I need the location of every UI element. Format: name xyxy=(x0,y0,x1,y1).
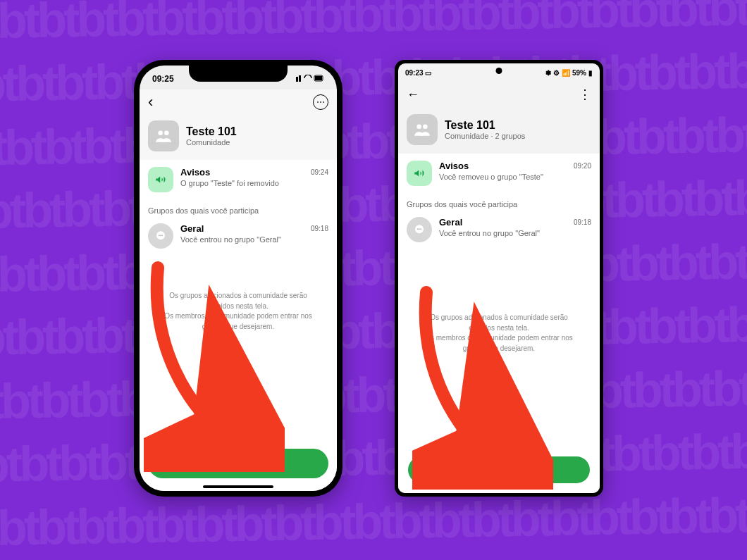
helper-text-2: Os membros da comunidade podem entrar no… xyxy=(140,311,337,332)
geral-row[interactable]: Geral Você entrou no grupo "Geral" 09:18 xyxy=(140,216,337,256)
avisos-row[interactable]: Avisos O grupo "Teste" foi removido 09:2… xyxy=(140,160,337,199)
bg-pattern: btbtbtbtbtbtbtbtbtbtbtbtbtbtbtbtbtbtbtbt… xyxy=(0,42,747,113)
back-button[interactable]: ‹ xyxy=(148,93,153,111)
community-title: Teste 101 xyxy=(186,125,237,138)
geral-title: Geral xyxy=(439,217,567,228)
group-chat-icon xyxy=(407,217,432,242)
community-avatar-icon xyxy=(148,120,179,151)
iphone-frame: 09:25 ‹ ⋯ Teste 101 Comunidade xyxy=(134,60,342,497)
more-menu-button[interactable]: ⋮ xyxy=(579,87,591,102)
geral-subtitle: Você entrou no grupo "Geral" xyxy=(439,229,567,237)
status-time: 09:25 xyxy=(152,74,174,84)
status-notif-icon: ▭ xyxy=(425,69,431,77)
megaphone-icon xyxy=(407,161,432,186)
section-title: Grupos dos quais você participa xyxy=(140,199,337,216)
svg-rect-1 xyxy=(299,75,301,82)
bg-pattern: btbtbtbtbtbtbtbtbtbtbtbtbtbtbtbtbtbtbtbt… xyxy=(0,485,747,557)
punch-hole xyxy=(496,68,502,74)
helper-text-1: Os grupos adicionados à comunidade serão… xyxy=(398,313,600,333)
plus-icon: + xyxy=(198,459,204,469)
bg-pattern: btbtbtbtbtbtbtbtbtbtbtbtbtbtbtbtbtbtbtbt… xyxy=(0,232,747,304)
avisos-row[interactable]: Avisos Você removeu o grupo "Teste" 09:2… xyxy=(398,154,600,193)
avisos-subtitle: Você removeu o grupo "Teste" xyxy=(439,173,567,181)
status-time: 09:23 xyxy=(405,69,424,77)
bg-pattern: btbtbtbtbtbtbtbtbtbtbtbtbtbtbtbtbtbtbtbt… xyxy=(0,105,747,177)
svg-point-8 xyxy=(160,235,161,236)
community-header[interactable]: Teste 101 Comunidade · 2 grupos xyxy=(398,108,600,154)
status-icons: ✽⚙📶59%▮ xyxy=(545,69,593,77)
svg-rect-0 xyxy=(296,77,298,82)
bg-pattern: btbtbtbtbtbtbtbtbtbtbtbtbtbtbtbtbtbtbtbt… xyxy=(0,422,747,494)
avisos-title: Avisos xyxy=(180,167,304,178)
svg-point-11 xyxy=(423,124,428,129)
group-chat-icon xyxy=(148,223,173,249)
add-group-label: Adicionar grupo xyxy=(474,465,533,475)
svg-point-5 xyxy=(164,130,169,135)
bg-pattern: btbtbtbtbtbtbtbtbtbtbtbtbtbtbtbtbtbtbtbt… xyxy=(0,295,747,367)
community-avatar-icon xyxy=(407,114,438,145)
geral-time: 09:18 xyxy=(311,223,328,232)
svg-point-10 xyxy=(416,124,421,129)
bg-pattern: btbtbtbtbtbtbtbtbtbtbtbtbtbtbtbtbtbtbtbt… xyxy=(0,359,747,430)
geral-title: Geral xyxy=(180,223,304,234)
add-group-label: Adicionar grupo xyxy=(208,459,278,469)
community-title: Teste 101 xyxy=(445,119,525,132)
bg-pattern: btbtbtbtbtbtbtbtbtbtbtbtbtbtbtbtbtbtbtbt… xyxy=(0,168,747,240)
avisos-time: 09:24 xyxy=(311,167,328,176)
android-frame: 09:23 ▭ ✽⚙📶59%▮ ← ⋮ Teste 101 Comunidade… xyxy=(395,60,603,497)
megaphone-icon xyxy=(148,167,173,192)
notch xyxy=(189,66,288,82)
helper-text-1: Os grupos adicionados à comunidade serão… xyxy=(140,291,337,311)
helper-text-2: Os membros da comunidade podem entrar no… xyxy=(398,333,600,354)
svg-point-7 xyxy=(159,235,160,236)
plus-icon: + xyxy=(464,465,469,475)
section-title: Grupos dos quais você participa xyxy=(398,193,600,210)
home-indicator[interactable] xyxy=(203,485,273,488)
svg-point-9 xyxy=(161,235,163,236)
geral-subtitle: Você entrou no grupo "Geral" xyxy=(180,235,304,244)
community-header[interactable]: Teste 101 Comunidade xyxy=(140,115,337,160)
add-group-button[interactable]: + Adicionar grupo xyxy=(148,449,328,478)
svg-point-15 xyxy=(420,228,421,230)
svg-point-4 xyxy=(158,130,163,135)
bg-pattern: btbtbtbtbtbtbtbtbtbtbtbtbtbtbtbtbtbtbtbt… xyxy=(0,0,747,50)
community-subtitle: Comunidade · 2 grupos xyxy=(445,132,525,140)
svg-point-14 xyxy=(419,228,420,230)
add-group-button[interactable]: + Adicionar grupo xyxy=(408,456,590,483)
back-button[interactable]: ← xyxy=(407,87,419,102)
avisos-subtitle: O grupo "Teste" foi removido xyxy=(180,179,304,187)
avisos-title: Avisos xyxy=(439,161,567,171)
avisos-time: 09:20 xyxy=(574,161,591,170)
community-subtitle: Comunidade xyxy=(186,138,237,147)
svg-rect-3 xyxy=(315,76,322,80)
geral-row[interactable]: Geral Você entrou no grupo "Geral" 09:18 xyxy=(398,210,600,249)
more-menu-button[interactable]: ⋯ xyxy=(313,94,328,110)
geral-time: 09:18 xyxy=(574,217,591,226)
svg-point-13 xyxy=(417,228,419,230)
status-icons xyxy=(296,74,324,84)
